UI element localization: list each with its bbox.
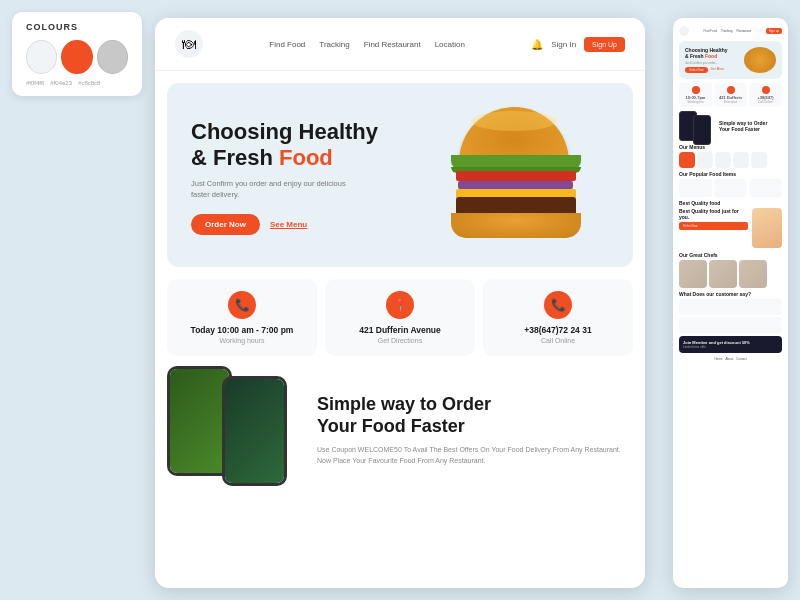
info-card-hours: 📞 Today 10:00 am - 7:00 pm Working hours: [167, 279, 317, 356]
nav-logo: 🍽: [175, 30, 203, 58]
rp-nav-link-1: Find Food: [704, 29, 718, 33]
rp-hero-buttons: Order Now See Menu: [685, 67, 740, 73]
rp-info-card-2: 421 Dufferin Directions: [714, 83, 747, 107]
rp-info-sub-3: Call Online: [751, 100, 780, 104]
rp-menu-icons: [679, 152, 782, 168]
colour-palette-card: COLOURS #f0f4f6 #f04e23 #c8c8c8: [12, 12, 142, 96]
order-now-button[interactable]: Order Now: [191, 214, 260, 235]
rp-reviews-title: What Does our customer say?: [679, 291, 782, 297]
hero-title-colored: Food: [279, 145, 333, 170]
nav-link-location[interactable]: Location: [435, 40, 465, 49]
rp-quality-title-label: Best Quality food: [679, 200, 782, 206]
rp-menu-icon-5: [751, 152, 767, 168]
rp-nav-links: Find Food Tracking Restaurant: [692, 29, 763, 33]
burger-visual: [439, 107, 599, 242]
colour-label-3: #c8c8c8: [78, 80, 100, 86]
hero-title-line2-plain: & Fresh: [191, 145, 279, 170]
mobile-text: Simple way to Order Your Food Faster Use…: [317, 394, 633, 476]
rp-footer-link-2: About: [725, 357, 733, 361]
right-panel-preview: Find Food Tracking Restaurant Sign up Ch…: [673, 18, 788, 588]
colour-swatches: [26, 40, 128, 74]
hero-description: Just Confirm you order and enjoy our del…: [191, 178, 351, 201]
rp-review-1: [679, 299, 782, 315]
mobile-app-section: Simple way to Order Your Food Faster Use…: [167, 366, 633, 476]
rp-hero-orange: Food: [705, 53, 717, 59]
rp-reviews: [679, 299, 782, 333]
rp-chefs-grid: [679, 260, 782, 288]
rp-logo: [679, 26, 689, 36]
nav-actions: 🔔 Sign In Sign Up: [531, 37, 625, 52]
rp-order-btn: Order Now: [685, 67, 708, 73]
rp-hero-section: Choosing Healthy& Fresh Food Just Confir…: [679, 41, 782, 79]
rp-mobile-text: Simple way to OrderYour Food Faster: [719, 120, 767, 132]
mobile-title-line1: Simple way to Order: [317, 394, 491, 414]
lettuce-layer: [451, 155, 581, 169]
nav-signup-button[interactable]: Sign Up: [584, 37, 625, 52]
nav-signin[interactable]: Sign In: [551, 40, 576, 49]
onion-layer: [458, 181, 573, 189]
bell-icon: 🔔: [531, 39, 543, 50]
rp-quality-image: [752, 208, 782, 248]
rp-promo-banner: Join Member and get discount 50% Limited…: [679, 336, 782, 353]
info-address-main: 421 Dufferin Avenue: [335, 325, 465, 335]
rp-info-sub-2: Directions: [716, 100, 745, 104]
rp-info-sub-1: Working hrs: [681, 100, 710, 104]
rp-signup: Sign up: [766, 28, 782, 34]
navigation: 🍽 Find Food Tracking Find Restaurant Loc…: [155, 18, 645, 71]
rp-mobile-section: Simple way to OrderYour Food Faster: [679, 111, 782, 141]
phone-mockups: [167, 366, 297, 476]
rp-mobile-title: Simple way to OrderYour Food Faster: [719, 120, 767, 132]
rp-food-3: [749, 179, 782, 197]
rp-menu-icon-3: [715, 152, 731, 168]
info-card-address: 📍 421 Dufferin Avenue Get Directions: [325, 279, 475, 356]
rp-nav-link-3: Restaurant: [737, 29, 752, 33]
rp-phone-2: [693, 115, 711, 145]
rp-footer-link-3: Contact: [736, 357, 746, 361]
rp-quality-section: Best Quality food just for you. Order No…: [679, 208, 782, 248]
mobile-title-line2: Your Food Faster: [317, 416, 465, 436]
rp-chef-3: [739, 260, 767, 288]
see-menu-button[interactable]: See Menu: [270, 220, 307, 229]
swatch-orange: [61, 40, 92, 74]
rp-quality-title: Best Quality food just for you.: [679, 208, 748, 220]
nav-link-find-restaurant[interactable]: Find Restaurant: [364, 40, 421, 49]
colour-labels: #f0f4f6 #f04e23 #c8c8c8: [26, 80, 128, 86]
bun-bottom: [451, 213, 581, 238]
rp-info-card-1: 10:00-7pm Working hrs: [679, 83, 712, 107]
nav-link-find-food[interactable]: Find Food: [269, 40, 305, 49]
info-phone-sub: Call Online: [493, 337, 623, 344]
nav-link-tracking[interactable]: Tracking: [319, 40, 349, 49]
hero-burger-image: [439, 107, 609, 247]
rp-menu-icon-4: [733, 152, 749, 168]
rp-chef-1: [679, 260, 707, 288]
rp-footer-link-1: Home: [714, 357, 722, 361]
phone-2: [222, 376, 287, 486]
rp-review-2: [679, 317, 782, 333]
hero-buttons: Order Now See Menu: [191, 214, 439, 235]
rp-info-cards: 10:00-7pm Working hrs 421 Dufferin Direc…: [679, 83, 782, 107]
rp-info-dot-3: [762, 86, 770, 94]
rp-nav-link-2: Tracking: [721, 29, 732, 33]
website-preview: 🍽 Find Food Tracking Find Restaurant Loc…: [155, 18, 645, 588]
bun-top: [459, 107, 569, 162]
mobile-description: Use Coupon WELCOME50 To Avail The Best O…: [317, 444, 633, 466]
rp-menu-icon-1: [679, 152, 695, 168]
phone-icon-hours: 📞: [228, 291, 256, 319]
swatch-light: [26, 40, 57, 74]
phone-screen-2: [225, 379, 284, 483]
logo-icon: 🍽: [182, 36, 196, 52]
rp-quality-text: Best Quality food just for you. Order No…: [679, 208, 748, 248]
swatch-gray: [97, 40, 128, 74]
right-scroll-content: Find Food Tracking Restaurant Sign up Ch…: [673, 18, 788, 371]
rp-hero-desc: Just Confirm you order...: [685, 61, 740, 65]
rp-footer-nav: Home About Contact: [679, 353, 782, 365]
info-hours-sub: Working hours: [177, 337, 307, 344]
rp-menu-icon-2: [697, 152, 713, 168]
rp-burger-visual: [744, 47, 776, 73]
info-phone-main: +38(647)72 24 31: [493, 325, 623, 335]
hero-content: Choosing Healthy & Fresh Food Just Confi…: [191, 119, 439, 235]
mobile-title: Simple way to Order Your Food Faster: [317, 394, 633, 437]
info-cards: 📞 Today 10:00 am - 7:00 pm Working hours…: [167, 279, 633, 356]
rp-phones: [679, 111, 715, 141]
rp-promo-sub: Limited time offer: [683, 345, 778, 349]
